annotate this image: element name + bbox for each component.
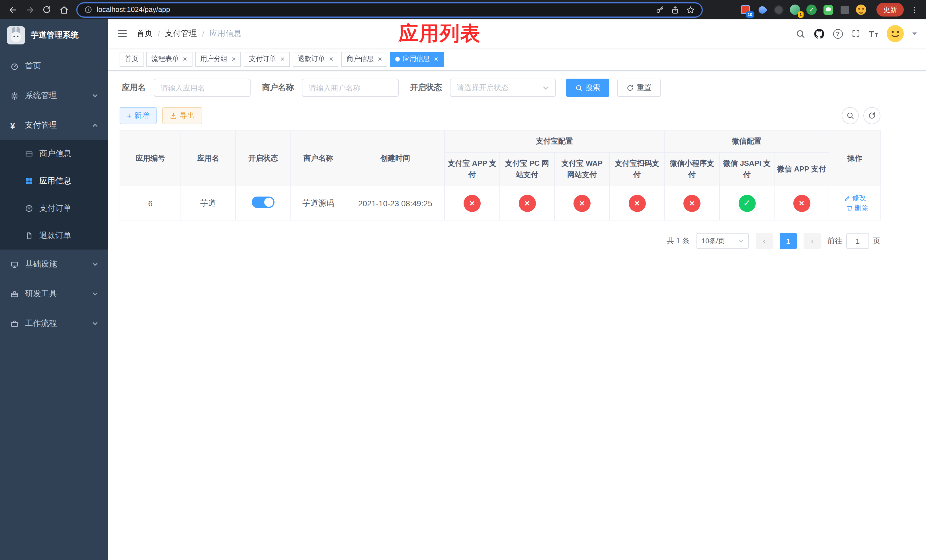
browser-update-button[interactable]: 更新 bbox=[876, 3, 904, 17]
sidebar-collapse-button[interactable] bbox=[117, 29, 127, 39]
font-size-button[interactable]: T T bbox=[869, 29, 878, 38]
sidebar-item-home[interactable]: 首页 bbox=[0, 51, 108, 81]
merchant-cell: 芋道源码 bbox=[291, 186, 346, 221]
chat-bubble-icon bbox=[823, 5, 833, 15]
prev-page-button[interactable]: ‹ bbox=[756, 233, 773, 249]
delete-button[interactable]: 删除 bbox=[846, 203, 868, 213]
close-icon[interactable]: × bbox=[434, 55, 438, 63]
close-icon[interactable]: × bbox=[378, 55, 382, 63]
extension-icon-check[interactable]: ✓ bbox=[806, 4, 817, 15]
wechat-jsapi-status-icon: ✓ bbox=[738, 195, 755, 212]
sidebar-item-dev-tools[interactable]: 研发工具 bbox=[0, 279, 108, 309]
group-header-alipay: 支付宝配置 bbox=[445, 130, 664, 152]
sidebar-item-label: 退款订单 bbox=[39, 231, 71, 241]
header-search-button[interactable] bbox=[795, 29, 805, 38]
sidebar-item-system[interactable]: 系统管理 bbox=[0, 81, 108, 110]
extension-icon-adblock[interactable]: 10 bbox=[740, 4, 751, 15]
github-link[interactable] bbox=[814, 28, 825, 39]
app-logo-rabbit bbox=[7, 26, 25, 44]
page-annotation-title: 应用列表 bbox=[399, 20, 481, 47]
close-icon[interactable]: × bbox=[280, 55, 284, 63]
status-select[interactable]: 请选择开启状态 bbox=[450, 79, 556, 97]
extension-icon-pin[interactable] bbox=[839, 4, 850, 15]
chevron-down-icon bbox=[543, 85, 549, 91]
fullscreen-icon bbox=[851, 29, 860, 38]
tab-user-group[interactable]: 用户分组 × bbox=[195, 51, 241, 67]
wechat-app-cell: × bbox=[774, 186, 829, 221]
url-bar[interactable]: localhost:1024/pay/app bbox=[76, 2, 703, 17]
browser-reload-button[interactable] bbox=[39, 2, 54, 18]
site-info-icon[interactable] bbox=[84, 6, 92, 14]
filter-form: 应用名 商户名称 开启状态 请选择开启状态 bbox=[120, 79, 881, 97]
back-arrow-icon bbox=[8, 5, 17, 15]
sidebar-item-refund-order[interactable]: 退款订单 bbox=[0, 222, 108, 250]
extension-icon-chat[interactable] bbox=[822, 4, 834, 15]
page-number-1[interactable]: 1 bbox=[780, 233, 797, 249]
app-name-input[interactable] bbox=[154, 79, 251, 97]
alipay-app-cell: × bbox=[445, 186, 500, 221]
app-table: 应用编号 应用名 开启状态 商户名称 创建时间 支付宝配置 微信配置 操作 支付… bbox=[120, 130, 881, 221]
extension-icon-emoji[interactable] bbox=[855, 4, 867, 15]
tab-merchant-info[interactable]: 商户信息 × bbox=[341, 51, 387, 67]
next-page-button[interactable]: › bbox=[803, 233, 821, 249]
reset-button[interactable]: 重置 bbox=[617, 79, 661, 97]
url-text[interactable]: localhost:1024/pay/app bbox=[97, 6, 170, 14]
breadcrumb-separator: / bbox=[202, 29, 204, 38]
chevron-down-icon bbox=[92, 321, 98, 327]
export-button[interactable]: 导出 bbox=[162, 107, 202, 124]
browser-back-button[interactable] bbox=[5, 2, 21, 18]
password-key-icon[interactable] bbox=[655, 5, 664, 14]
refresh-icon bbox=[626, 84, 634, 91]
tab-home[interactable]: 首页 bbox=[120, 51, 144, 67]
bookmark-star-icon[interactable] bbox=[686, 5, 695, 14]
omnibox-actions bbox=[655, 5, 695, 14]
chevron-down-icon bbox=[92, 291, 98, 297]
breadcrumb-payment[interactable]: 支付管理 bbox=[165, 29, 197, 39]
actions-cell: 修改 删除 bbox=[829, 186, 881, 221]
browser-menu-kebab-icon[interactable]: ⋮ bbox=[909, 5, 920, 14]
extension-icon-drop[interactable] bbox=[756, 4, 768, 15]
edit-button[interactable]: 修改 bbox=[844, 194, 866, 203]
sidebar-item-pay-order[interactable]: 支付订单 bbox=[0, 195, 108, 222]
tab-refund-order[interactable]: 退款订单 × bbox=[293, 51, 339, 67]
alipay-wap-status-icon: × bbox=[573, 195, 590, 212]
browser-chrome: localhost:1024/pay/app 10 1 bbox=[0, 0, 926, 20]
extension-badge-one: 1 bbox=[798, 11, 803, 18]
fullscreen-button[interactable] bbox=[851, 29, 860, 38]
help-button[interactable]: ? bbox=[833, 29, 843, 38]
close-icon[interactable]: × bbox=[329, 55, 333, 63]
sidebar-item-infrastructure[interactable]: 基础设施 bbox=[0, 250, 108, 279]
col-header-alipay-app: 支付宝 APP 支付 bbox=[445, 152, 500, 186]
hamburger-icon bbox=[117, 29, 127, 39]
merchant-name-input[interactable] bbox=[302, 79, 399, 97]
close-icon[interactable]: × bbox=[183, 55, 187, 63]
sidebar-item-workflow[interactable]: 工作流程 bbox=[0, 309, 108, 338]
toggle-search-button[interactable] bbox=[842, 107, 859, 124]
tab-process-form[interactable]: 流程表单 × bbox=[146, 51, 192, 67]
user-avatar[interactable] bbox=[887, 25, 904, 42]
goto-page-input[interactable] bbox=[846, 233, 869, 249]
status-toggle[interactable] bbox=[252, 197, 274, 208]
sidebar-item-label: 研发工具 bbox=[25, 289, 57, 299]
browser-home-button[interactable] bbox=[56, 2, 72, 18]
refresh-table-button[interactable] bbox=[863, 107, 881, 124]
alipay-pc-cell: × bbox=[500, 186, 554, 221]
avatar-caret-icon[interactable] bbox=[912, 32, 917, 35]
sidebar-item-payment[interactable]: ¥ 支付管理 bbox=[0, 110, 108, 140]
search-button[interactable]: 搜索 bbox=[566, 79, 609, 97]
close-icon[interactable]: × bbox=[232, 55, 236, 63]
alipay-pc-status-icon: × bbox=[519, 195, 536, 212]
briefcase-icon bbox=[10, 319, 19, 328]
sidebar-item-merchant-info[interactable]: 商户信息 bbox=[0, 140, 108, 168]
breadcrumb-home[interactable]: 首页 bbox=[137, 29, 153, 39]
browser-extensions-area: 10 1 ✓ 更新 ⋮ bbox=[740, 3, 921, 17]
extension-icon-profile[interactable]: 1 bbox=[789, 4, 801, 15]
browser-forward-button[interactable] bbox=[22, 2, 38, 18]
tab-app-info-active[interactable]: 应用信息 × bbox=[390, 51, 443, 67]
extension-icon-dark-circle[interactable] bbox=[773, 4, 784, 15]
page-size-select[interactable]: 10条/页 bbox=[696, 233, 749, 249]
share-icon[interactable] bbox=[671, 5, 679, 14]
sidebar-item-app-info[interactable]: 应用信息 bbox=[0, 168, 108, 195]
tab-pay-order[interactable]: 支付订单 × bbox=[244, 51, 290, 67]
add-button[interactable]: + 新增 bbox=[120, 107, 156, 124]
